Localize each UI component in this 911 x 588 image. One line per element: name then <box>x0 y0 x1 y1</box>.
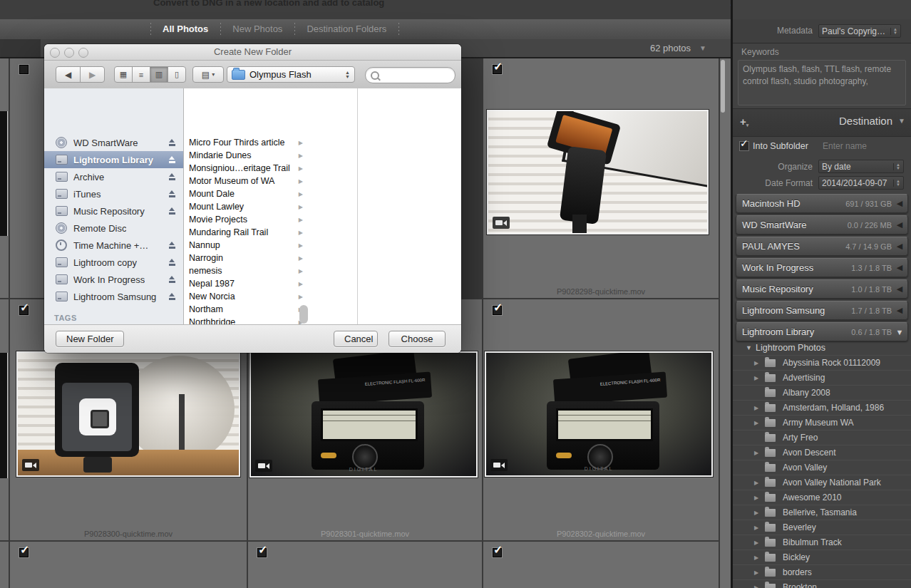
volume-wd-smartware[interactable]: WD SmartWare0.0 / 226 MB◀ <box>736 215 908 234</box>
eject-icon[interactable] <box>168 293 176 300</box>
volume-work-in-progress[interactable]: Work In Progress1.3 / 1.8 TB◀ <box>736 258 908 277</box>
disclosure-closed-icon[interactable]: ▶ <box>754 510 765 516</box>
photo-checkbox[interactable] <box>19 64 29 75</box>
sidebar-device-work-in-progress[interactable]: Work In Progress <box>44 271 183 288</box>
new-folder-button[interactable]: New Folder <box>56 331 124 347</box>
choose-button[interactable]: Choose <box>388 331 446 347</box>
tree-item-bellerive-tasmania[interactable]: ▶Bellerive, Tasmania <box>733 505 911 520</box>
video-thumbnail[interactable] <box>487 110 709 234</box>
disclosure-closed-icon[interactable]: ▶ <box>754 525 765 531</box>
metadata-preset-dropdown[interactable]: Paul's Copyrig… ▲▼ <box>818 24 901 38</box>
tree-item-awesome-2010[interactable]: ▶Awesome 2010 <box>733 490 911 505</box>
disclosure-closed-icon[interactable]: ▶ <box>754 555 765 561</box>
subfolder-name-input[interactable]: Enter name <box>820 140 904 153</box>
destination-panel-header[interactable]: +▾ Destination ▼ <box>733 108 911 137</box>
folder-row-narrogin[interactable]: Narrogin▶ <box>184 252 307 264</box>
disclosure-closed-icon[interactable]: ◀ <box>892 199 907 208</box>
eject-icon[interactable] <box>168 259 176 266</box>
sidebar-device-music-repository[interactable]: Music Repository <box>44 202 183 220</box>
eject-icon[interactable] <box>168 207 176 215</box>
disclosure-closed-icon[interactable]: ▶ <box>754 540 765 546</box>
organize-dropdown[interactable]: By date ▲▼ <box>818 160 904 173</box>
eject-icon[interactable] <box>168 156 176 163</box>
grid-cell[interactable]: ELECTRONIC FLASH FL-600R DIGITAL P902830… <box>483 299 719 540</box>
eject-icon[interactable] <box>168 139 176 146</box>
video-thumbnail[interactable] <box>16 351 240 477</box>
photo-checkbox[interactable] <box>19 305 29 316</box>
back-button[interactable]: ◀ <box>56 67 81 82</box>
tree-item-bibulmun-track[interactable]: ▶Bibulmun Track <box>733 535 911 550</box>
disclosure-closed-icon[interactable]: ▶ <box>754 375 765 381</box>
video-thumbnail[interactable]: ELECTRONIC FLASH FL-600R DIGITAL <box>249 351 478 478</box>
folder-row-mundaring-rail-trail[interactable]: Mundaring Rail Trail▶ <box>184 226 307 239</box>
collapse-panel-icon[interactable]: ▼ <box>898 117 905 125</box>
tree-item-avon-descent[interactable]: ▶Avon Descent <box>733 445 911 460</box>
icon-view-button[interactable]: ▦ <box>115 67 133 82</box>
tree-item-army-museum-wa[interactable]: ▶Army Museum WA <box>733 415 911 430</box>
disclosure-closed-icon[interactable]: ▶ <box>754 405 765 411</box>
grid-cell[interactable]: P9028298-quicktime.mov <box>483 58 719 298</box>
folder-row-movie-projects[interactable]: Movie Projects▶ <box>184 213 307 226</box>
volume-lightroom-samsung[interactable]: Lightroom Samsung1.7 / 1.8 TB◀ <box>736 301 908 320</box>
sidebar-device-archive[interactable]: Archive <box>44 168 183 185</box>
volume-paul-amyes[interactable]: PAUL AMYES4.7 / 14.9 GB◀ <box>736 237 908 256</box>
folder-row-nemesis[interactable]: nemesis▶ <box>184 264 307 277</box>
date-format-dropdown[interactable]: 2014/2014-09-07 ▲▼ <box>818 176 904 190</box>
tree-item-borders[interactable]: ▶borders <box>733 564 911 579</box>
disclosure-closed-icon[interactable]: ◀ <box>892 263 907 272</box>
folder-row-nannup[interactable]: Nannup▶ <box>184 239 307 252</box>
tree-item-advertising[interactable]: ▶Advertising <box>733 370 911 385</box>
grid-cell[interactable] <box>483 542 719 588</box>
disclosure-closed-icon[interactable]: ▶ <box>754 495 765 501</box>
photo-checkbox[interactable] <box>257 547 267 558</box>
into-subfolder-checkbox[interactable] <box>739 141 749 151</box>
keywords-input[interactable]: Olympus flash, flash, TTL flash, remote … <box>738 60 906 105</box>
folder-row-motor-museum-of-wa[interactable]: Motor Museum of WA▶ <box>184 175 307 187</box>
eject-icon[interactable] <box>168 276 176 283</box>
column-scrollbar-thumb[interactable] <box>299 305 308 324</box>
current-folder-popup[interactable]: Olympus Flash ▲▼ <box>227 66 355 83</box>
volume-lightroom-library[interactable]: Lightroom Library0.6 / 1.8 TB▼ <box>736 322 908 341</box>
folder-row-micro-four-thirds-article[interactable]: Micro Four Thirds article▶ <box>184 136 307 149</box>
search-input[interactable] <box>365 67 456 83</box>
grid-scrollbar-track[interactable] <box>720 58 731 588</box>
photo-checkbox[interactable] <box>492 64 503 75</box>
action-menu-button[interactable]: ▤▾ <box>192 66 224 83</box>
volume-music-repository[interactable]: Music Repository1.0 / 1.8 TB◀ <box>736 279 908 299</box>
photo-checkbox[interactable] <box>19 547 29 558</box>
disclosure-closed-icon[interactable]: ▶ <box>754 480 765 486</box>
photo-checkbox[interactable] <box>492 547 503 558</box>
tab-new-photos[interactable]: New Photos <box>221 20 294 38</box>
folder-row-monsigniou-eritage-trail[interactable]: Monsigniou…eritage Trail▶ <box>184 162 307 175</box>
disclosure-closed-icon[interactable]: ▶ <box>754 360 765 366</box>
folder-row-mount-lawley[interactable]: Mount Lawley▶ <box>184 200 307 213</box>
volume-macintosh-hd[interactable]: Macintosh HD691 / 931 GB◀ <box>736 194 908 213</box>
photo-checkbox[interactable] <box>492 305 503 316</box>
folder-row-mount-dale[interactable]: Mount Dale▶ <box>184 187 307 200</box>
disclosure-open-icon[interactable]: ▼ <box>892 328 907 336</box>
tree-item-arty-freo[interactable]: Arty Freo <box>733 430 911 445</box>
list-view-button[interactable]: ≡ <box>133 67 150 82</box>
tree-root-lightroom-photos[interactable]: ▼ Lightroom Photos <box>733 341 911 355</box>
grid-cell[interactable] <box>248 542 482 588</box>
cancel-button[interactable]: Cancel <box>334 331 378 347</box>
sidebar-device-lightroom-copy[interactable]: Lightroom copy <box>44 254 183 271</box>
column-view-button[interactable]: ▥ <box>150 67 168 82</box>
folder-row-new-norcia[interactable]: New Norcia▶ <box>184 290 307 303</box>
disclosure-closed-icon[interactable]: ▶ <box>754 450 765 456</box>
tree-item-avon-valley-national-park[interactable]: ▶Avon Valley National Park <box>733 475 911 490</box>
sidebar-device-time-machine[interactable]: Time Machine +… <box>44 237 183 254</box>
add-destination-icon[interactable]: +▾ <box>740 115 748 128</box>
folder-row-northbridge[interactable]: Northbridge▶ <box>184 316 307 324</box>
grid-scrollbar-thumb[interactable] <box>721 60 725 113</box>
video-thumbnail[interactable]: ELECTRONIC FLASH FL-600R DIGITAL <box>485 351 713 477</box>
tree-item-bickley[interactable]: ▶Bickley <box>733 550 911 564</box>
eject-icon[interactable] <box>168 242 176 249</box>
sidebar-device-itunes[interactable]: iTunes <box>44 185 183 202</box>
grid-cell[interactable] <box>10 542 247 588</box>
disclosure-closed-icon[interactable]: ◀ <box>892 242 907 251</box>
eject-icon[interactable] <box>168 190 176 197</box>
disclosure-closed-icon[interactable]: ◀ <box>892 284 907 294</box>
coverflow-view-button[interactable]: ▯ <box>168 67 185 82</box>
sidebar-device-lightroom-samsung[interactable]: Lightroom Samsung <box>44 288 183 305</box>
